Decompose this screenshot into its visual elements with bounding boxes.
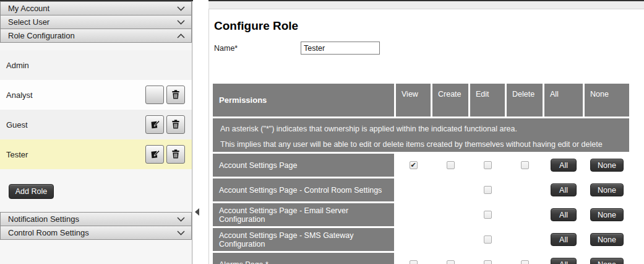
column-header-delete: Delete [507, 84, 543, 117]
view-checkbox[interactable] [410, 260, 418, 264]
column-header-view: View [396, 84, 431, 117]
all-button[interactable]: All [551, 233, 577, 246]
column-header-all: All [544, 84, 583, 117]
delete-checkbox[interactable] [521, 260, 529, 264]
create-checkbox[interactable] [447, 161, 455, 169]
edit-role-button[interactable] [145, 86, 164, 104]
column-header-create: Create [432, 84, 468, 117]
note-line-1: An asterisk ("*") indicates that ownersh… [220, 121, 622, 137]
sidebar: My Account Select User Role Configuratio… [0, 1, 192, 264]
delete-role-button[interactable] [166, 145, 185, 164]
accordion-label: Role Configuration [8, 31, 177, 40]
permission-row-label: Account Settings Page - Email Server Con… [213, 203, 394, 226]
edit-role-button[interactable] [145, 115, 164, 134]
accordion-select-user[interactable]: Select User [0, 15, 192, 29]
ownership-note: An asterisk ("*") indicates that ownersh… [213, 118, 629, 152]
delete-checkbox[interactable] [521, 161, 529, 169]
pane-splitter[interactable] [193, 0, 208, 264]
role-row-analyst[interactable]: Analyst [0, 80, 192, 110]
none-button[interactable]: None [590, 233, 624, 246]
accordion-label: Control Room Settings [8, 228, 177, 237]
role-row-admin[interactable]: Admin [0, 50, 192, 80]
permissions-header: Permissions [213, 84, 394, 117]
role-name: Analyst [6, 90, 33, 100]
role-row-tester[interactable]: Tester [0, 139, 192, 169]
permission-row-label: Alarms Page * [213, 253, 394, 264]
chevron-down-icon [177, 20, 185, 25]
name-label: Name* [214, 44, 301, 53]
none-button[interactable]: None [590, 208, 624, 221]
accordion-role-configuration[interactable]: Role Configuration [0, 29, 192, 43]
name-field-row: Name* [214, 42, 644, 55]
permission-row-label: Account Settings Page - Control Room Set… [213, 178, 394, 201]
chevron-up-icon [177, 33, 185, 38]
delete-role-button[interactable] [166, 115, 185, 134]
add-role-button[interactable]: Add Role [9, 184, 54, 199]
accordion-label: My Account [8, 4, 177, 13]
role-name-input[interactable] [301, 42, 380, 55]
splitter-collapse-icon[interactable] [195, 208, 199, 216]
all-button[interactable]: All [551, 208, 577, 221]
accordion-control-room-settings[interactable]: Control Room Settings [0, 226, 192, 240]
bottom-accordions: Notification Settings Control Room Setti… [0, 212, 192, 240]
edit-checkbox[interactable] [484, 235, 492, 244]
accordion-label: Notification Settings [8, 214, 177, 224]
none-button[interactable]: None [590, 183, 624, 196]
edit-checkbox[interactable] [484, 186, 492, 194]
chevron-down-icon [177, 231, 185, 235]
all-button[interactable]: All [551, 183, 577, 196]
delete-role-button[interactable] [166, 86, 185, 104]
edit-checkbox[interactable] [484, 260, 492, 264]
role-row-guest[interactable]: Guest [0, 110, 192, 139]
role-list: Admin Analyst Guest Tester [0, 50, 192, 169]
accordion-notification-settings[interactable]: Notification Settings [0, 212, 192, 226]
edit-role-button[interactable] [145, 145, 164, 164]
column-header-none: None [585, 84, 629, 117]
create-checkbox[interactable] [447, 260, 455, 264]
chevron-down-icon [177, 6, 185, 11]
accordion-my-account[interactable]: My Account [0, 1, 192, 15]
page-title: Configure Role [214, 19, 644, 33]
permission-row-label: Account Settings Page - SMS Gateway Conf… [213, 228, 394, 251]
main-panel: Configure Role Name* Permissions View Cr… [208, 9, 644, 264]
view-checkbox[interactable] [410, 161, 418, 169]
column-header-edit: Edit [470, 84, 505, 117]
none-button[interactable]: None [590, 159, 624, 172]
permission-row-label: Account Settings Page [213, 154, 394, 177]
role-name: Admin [6, 61, 29, 70]
none-button[interactable]: None [590, 258, 624, 264]
all-button[interactable]: All [551, 258, 577, 264]
role-name: Tester [6, 150, 28, 159]
edit-checkbox[interactable] [484, 211, 492, 219]
all-button[interactable]: All [551, 159, 577, 172]
edit-checkbox[interactable] [484, 161, 492, 169]
chevron-down-icon [177, 217, 185, 222]
role-name: Guest [6, 120, 28, 130]
app-window: My Account Select User Role Configuratio… [0, 0, 644, 264]
permissions-table: Permissions View Create Edit Delete All … [213, 84, 629, 264]
accordion-label: Select User [8, 17, 177, 27]
